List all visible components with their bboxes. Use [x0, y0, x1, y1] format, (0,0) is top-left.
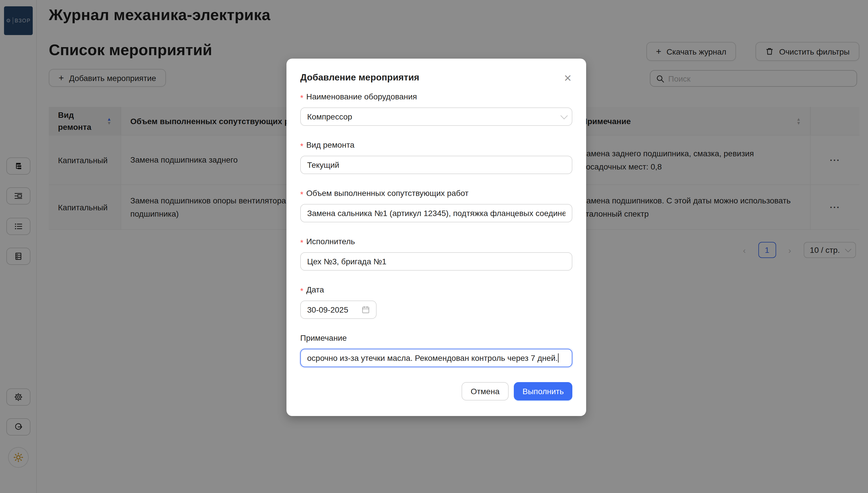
add-event-modal: ✕ Добавление мероприятия * Наименование …	[287, 59, 586, 416]
field-equipment: * Наименование оборудования Компрессор	[300, 90, 572, 126]
field-note: Примечание осрочно из-за утечки масла. Р…	[300, 331, 572, 367]
field-executor: * Исполнитель Цех №3, бригада №1	[300, 235, 572, 271]
submit-button[interactable]: Выполнить	[514, 382, 572, 401]
scope-input[interactable]: Замена сальника №1 (артикул 12345), подт…	[300, 204, 572, 222]
note-input[interactable]: осрочно из-за утечки масла. Рекомендован…	[300, 349, 572, 367]
close-icon[interactable]: ✕	[558, 69, 577, 87]
calendar-icon	[362, 306, 370, 314]
modal-title: Добавление мероприятия	[300, 72, 572, 83]
required-mark: *	[300, 238, 303, 247]
field-scope: * Объем выполненных сопутствующих работ …	[300, 187, 572, 222]
required-mark: *	[300, 141, 303, 151]
modal-footer: Отмена Выполнить	[300, 382, 572, 401]
app-window: ⚙ ВЗОР	[0, 0, 868, 493]
field-date: * Дата 30-09-2025	[300, 283, 572, 319]
equipment-select[interactable]: Компрессор	[300, 107, 572, 126]
required-mark: *	[300, 286, 303, 295]
date-picker[interactable]: 30-09-2025	[300, 301, 376, 319]
repair-type-input[interactable]: Текущий	[300, 156, 572, 174]
required-mark: *	[300, 190, 303, 199]
chevron-down-icon	[561, 112, 568, 119]
required-mark: *	[300, 93, 303, 102]
field-repair-type: * Вид ремонта Текущий	[300, 138, 572, 174]
cancel-button[interactable]: Отмена	[461, 382, 509, 401]
executor-input[interactable]: Цех №3, бригада №1	[300, 252, 572, 271]
text-caret	[558, 353, 558, 363]
